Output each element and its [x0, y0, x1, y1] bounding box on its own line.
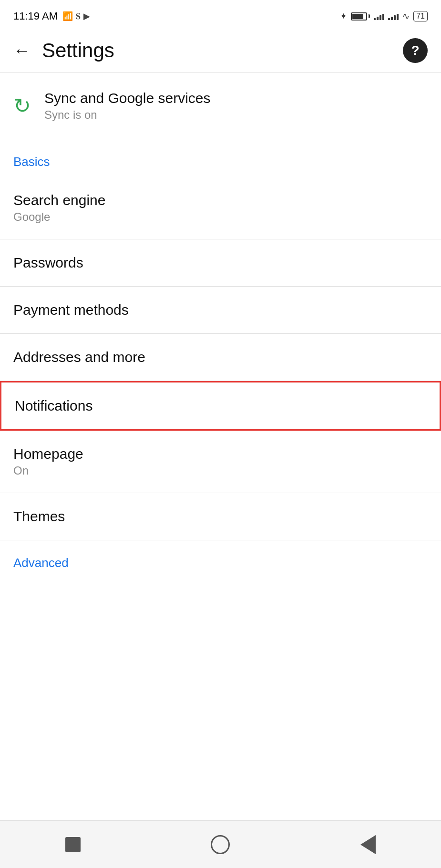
settings-item-themes[interactable]: Themes	[0, 493, 441, 540]
homepage-title: Homepage	[13, 446, 428, 462]
settings-item-search-engine[interactable]: Search engine Google	[0, 177, 441, 239]
settings-content: ↻ Sync and Google services Sync is on Ba…	[0, 73, 441, 820]
skype-icon: 𝐒	[76, 11, 81, 21]
signal-bars-1	[374, 12, 384, 20]
bottom-nav	[0, 820, 441, 868]
passwords-title: Passwords	[13, 255, 428, 271]
back-button[interactable]: ←	[13, 42, 31, 59]
signal-bars-2	[388, 12, 399, 20]
themes-title: Themes	[13, 508, 428, 525]
youtube-icon: ▶	[83, 11, 90, 21]
help-button[interactable]: ?	[403, 38, 428, 63]
sync-subtitle: Sync is on	[44, 108, 211, 122]
page-title: Settings	[42, 39, 114, 62]
home-icon	[211, 835, 230, 854]
back-icon	[360, 835, 376, 854]
section-header-basics: Basics	[0, 139, 441, 177]
wifi-icon: ∿	[402, 11, 410, 21]
battery-percent: 71	[413, 11, 428, 21]
header-left: ← Settings	[13, 39, 114, 62]
nav-back-button[interactable]	[360, 835, 376, 854]
advanced-label: Advanced	[13, 556, 69, 570]
sync-item[interactable]: ↻ Sync and Google services Sync is on	[0, 73, 441, 139]
section-header-advanced: Advanced	[0, 540, 441, 578]
settings-item-passwords[interactable]: Passwords	[0, 239, 441, 287]
settings-item-notifications[interactable]: Notifications	[0, 381, 441, 431]
bluetooth-icon: ✦	[340, 11, 347, 21]
settings-item-homepage[interactable]: Homepage On	[0, 431, 441, 493]
nav-home-button[interactable]	[211, 835, 230, 854]
status-bar: 11:19 AM 📶 𝐒 ▶ ✦ ∿ 71	[0, 0, 441, 29]
status-icons: 📶 𝐒 ▶	[62, 11, 90, 21]
header: ← Settings ?	[0, 29, 441, 73]
time-display: 11:19 AM	[13, 10, 58, 22]
status-right: ✦ ∿ 71	[340, 11, 428, 21]
sim-icon: 📶	[62, 11, 73, 21]
status-left: 11:19 AM 📶 𝐒 ▶	[13, 10, 90, 22]
sync-text: Sync and Google services Sync is on	[44, 90, 211, 122]
battery-icon	[351, 12, 370, 21]
payment-methods-title: Payment methods	[13, 302, 428, 318]
recents-icon	[65, 837, 81, 852]
addresses-title: Addresses and more	[13, 349, 428, 365]
settings-item-addresses[interactable]: Addresses and more	[0, 334, 441, 381]
sync-icon: ↻	[13, 95, 31, 116]
notifications-title: Notifications	[15, 398, 426, 414]
sync-title: Sync and Google services	[44, 90, 211, 106]
basics-label: Basics	[13, 155, 50, 169]
homepage-subtitle: On	[13, 464, 428, 477]
settings-item-payment-methods[interactable]: Payment methods	[0, 287, 441, 334]
nav-recents-button[interactable]	[65, 837, 81, 852]
search-engine-subtitle: Google	[13, 210, 428, 224]
search-engine-title: Search engine	[13, 192, 428, 208]
